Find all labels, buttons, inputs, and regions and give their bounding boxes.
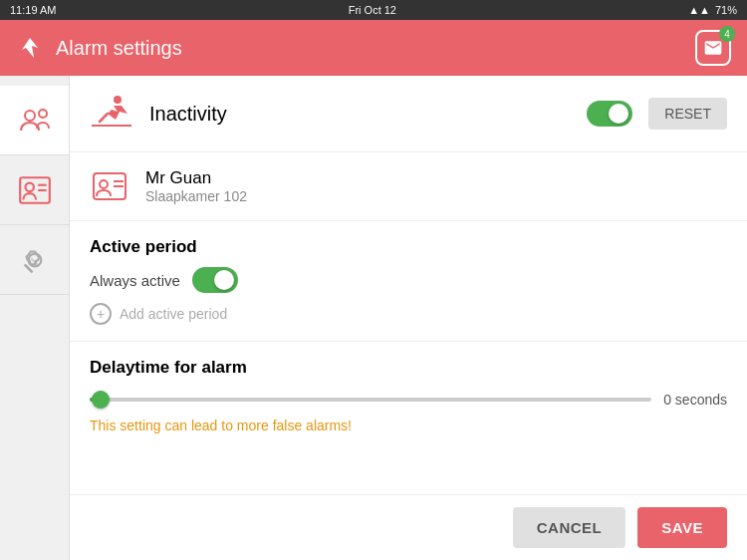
warning-text: This setting can lead to more false alar…: [90, 418, 727, 433]
slider-track: [90, 398, 651, 402]
notification-button[interactable]: 4: [695, 30, 731, 66]
notification-icon: [703, 38, 723, 58]
patient-icon: [17, 172, 53, 208]
settings-icon: [17, 242, 53, 278]
always-active-row: Always active: [90, 267, 727, 293]
header: Alarm settings 4: [0, 20, 747, 76]
add-period-row[interactable]: + Add active period: [90, 303, 727, 325]
patient-name: Mr Guan: [145, 168, 247, 188]
always-active-toggle[interactable]: [192, 267, 238, 293]
inactivity-icon-container: [90, 92, 133, 136]
main-content: Inactivity RESET Mr Guan Slaa: [70, 76, 747, 560]
inactivity-label: Inactivity: [149, 103, 571, 126]
header-title: Alarm settings: [56, 37, 182, 60]
patient-room: Slaapkamer 102: [145, 188, 247, 204]
slider-value: 0 seconds: [663, 392, 727, 408]
save-button[interactable]: SAVE: [637, 507, 727, 548]
reset-button[interactable]: RESET: [648, 98, 727, 130]
patient-id-icon: [92, 168, 127, 204]
status-time: 11:19 AM: [10, 4, 56, 16]
sidebar-item-patient[interactable]: [0, 155, 69, 225]
header-left: Alarm settings: [16, 34, 182, 62]
patient-row: Mr Guan Slaapkamer 102: [70, 152, 747, 221]
svg-line-6: [25, 265, 31, 271]
inactivity-row: Inactivity RESET: [70, 76, 747, 152]
patient-info: Mr Guan Slaapkamer 102: [145, 168, 247, 204]
patient-card-icon: [90, 166, 129, 206]
svg-point-8: [114, 96, 122, 104]
status-right: ▲▲ 71%: [688, 4, 737, 16]
svg-point-1: [39, 110, 47, 118]
svg-point-11: [100, 180, 108, 188]
battery-level: 71%: [715, 4, 737, 16]
svg-point-3: [25, 182, 33, 190]
sidebar: [0, 76, 70, 560]
slider-row: 0 seconds: [90, 390, 727, 410]
delaytime-section: Delaytime for alarm 0 seconds This setti…: [70, 342, 747, 449]
svg-point-0: [25, 111, 35, 121]
wifi-icon: ▲▲: [688, 4, 710, 16]
status-bar: 11:19 AM Fri Oct 12 ▲▲ 71%: [0, 0, 747, 20]
active-period-title: Active period: [90, 237, 727, 257]
sidebar-item-settings[interactable]: [0, 225, 69, 295]
active-period-section: Active period Always active + Add active…: [70, 221, 747, 342]
status-date: Fri Oct 12: [349, 4, 396, 16]
users-icon: [17, 103, 53, 139]
footer: CANCEL SAVE: [70, 494, 747, 560]
always-active-label: Always active: [90, 272, 180, 289]
add-period-icon: +: [90, 303, 112, 325]
cancel-button[interactable]: CANCEL: [513, 507, 626, 548]
notification-badge: 4: [719, 26, 735, 42]
app-logo: [16, 34, 44, 62]
slider-thumb[interactable]: [92, 391, 110, 409]
delaytime-title: Delaytime for alarm: [90, 358, 727, 378]
delay-slider[interactable]: [90, 390, 651, 410]
main-layout: Inactivity RESET Mr Guan Slaa: [0, 76, 747, 560]
inactivity-figure-icon: [90, 92, 133, 136]
sidebar-item-users[interactable]: [0, 86, 69, 155]
inactivity-toggle[interactable]: [587, 101, 632, 127]
add-period-label: Add active period: [120, 306, 227, 322]
